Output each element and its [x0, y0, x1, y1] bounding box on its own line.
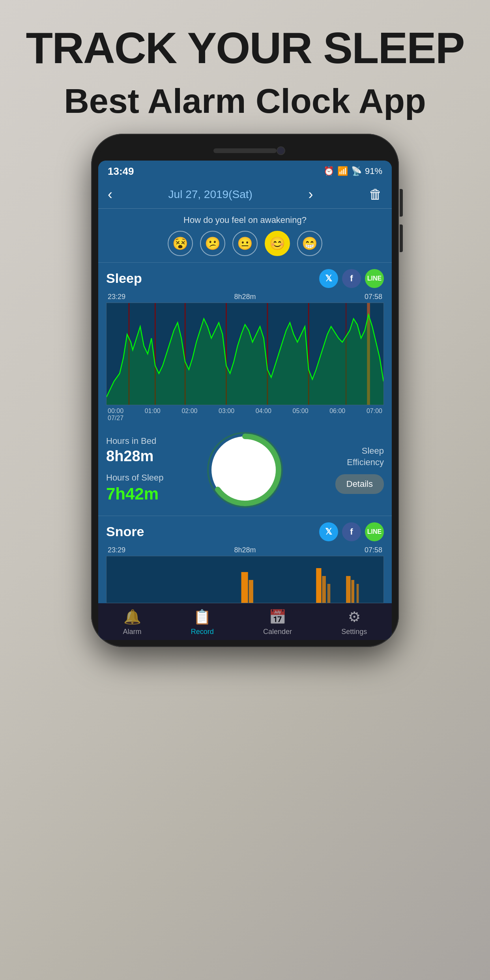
stats-left: Hours in Bed 8h28m Hours of Sleep 7h42m: [106, 436, 199, 503]
status-time: 13:49: [108, 165, 134, 178]
sleep-chart: [106, 303, 384, 405]
subheadline: Best Alarm Clock App: [0, 80, 490, 122]
sleep-section-header: Sleep 𝕏 f LINE: [106, 269, 384, 288]
snore-section: Snore 𝕏 f LINE: [98, 516, 392, 603]
sleep-facebook-button[interactable]: f: [342, 269, 361, 288]
top-text-area: TRACK YOUR SLEEP Best Alarm Clock App: [0, 0, 490, 130]
sleep-twitter-button[interactable]: 𝕏: [319, 269, 338, 288]
hours-in-bed-value: 8h28m: [106, 448, 199, 465]
snore-duration: 8h28m: [234, 546, 256, 554]
snore-line-button[interactable]: LINE: [365, 522, 384, 541]
emoji-great[interactable]: 😁: [297, 231, 322, 256]
axis-label-0000: 00:00: [108, 408, 123, 415]
snore-twitter-button[interactable]: 𝕏: [319, 522, 338, 541]
snore-facebook-button[interactable]: f: [342, 522, 361, 541]
sleep-title: Sleep: [106, 271, 142, 286]
volume-up-button: [400, 189, 403, 217]
svg-rect-18: [346, 576, 350, 603]
status-icons: ⏰ 📶 📡 91%: [324, 166, 382, 176]
delete-record-button[interactable]: 🗑: [369, 187, 382, 202]
chart-axis-labels: 00:00 07/27 01:00 02:00 03:00 04:00 05:0…: [106, 405, 384, 424]
axis-label-0700: 07:00: [367, 408, 382, 422]
calendar-nav-label: Calender: [263, 628, 292, 636]
emoji-very-bad[interactable]: 😵: [168, 231, 193, 256]
nav-record[interactable]: 📋 Record: [191, 609, 214, 636]
nav-alarm[interactable]: 🔔 Alarm: [123, 609, 142, 636]
hours-in-bed-label: Hours in Bed: [106, 436, 199, 446]
hours-of-sleep-value: 7h42m: [106, 484, 199, 503]
chart-duration: 8h28m: [234, 293, 256, 301]
svg-rect-19: [351, 580, 354, 603]
efficiency-number: 90: [233, 453, 257, 474]
emoji-neutral[interactable]: 😐: [232, 231, 258, 256]
alarm-nav-icon: 🔔: [123, 609, 141, 625]
chart-start-time: 23:29: [108, 293, 125, 301]
snore-section-header: Snore 𝕏 f LINE: [106, 522, 384, 541]
phone-screen: 13:49 ⏰ 📶 📡 91% ‹ Jul 27, 2019(Sat) ›: [98, 161, 392, 640]
settings-nav-label: Settings: [341, 628, 367, 636]
phone-body: 13:49 ⏰ 📶 📡 91% ‹ Jul 27, 2019(Sat) ›: [91, 134, 399, 647]
alarm-status-icon: ⏰: [324, 166, 334, 176]
chart-time-header: 23:29 8h28m 07:58: [106, 293, 384, 301]
signal-icon: 📡: [351, 166, 362, 176]
svg-rect-15: [316, 568, 321, 603]
svg-rect-17: [327, 584, 331, 603]
sleep-line-button[interactable]: LINE: [365, 269, 384, 288]
snore-chart: [106, 556, 384, 603]
bottom-navigation: 🔔 Alarm 📋 Record 📅 Calender ⚙ Settings: [98, 603, 392, 640]
nav-calendar[interactable]: 📅 Calender: [263, 609, 292, 636]
stats-section: Hours in Bed 8h28m Hours of Sleep 7h42m: [98, 424, 392, 516]
nav-settings[interactable]: ⚙ Settings: [341, 609, 367, 636]
axis-label-0200: 02:00: [181, 408, 197, 422]
snore-end-time: 07:58: [365, 546, 382, 554]
snore-start-time: 23:29: [108, 546, 125, 554]
snore-chart-time-header: 23:29 8h28m 07:58: [106, 546, 384, 554]
axis-label-0100: 01:00: [145, 408, 161, 422]
awakening-section: How do you feel on awakening? 😵 😕 😐 😊: [98, 209, 392, 263]
svg-rect-14: [249, 580, 253, 603]
phone-notch: [98, 141, 392, 161]
hours-of-sleep-label: Hours of Sleep: [106, 473, 199, 483]
record-nav-label: Record: [191, 628, 214, 636]
awakening-question: How do you feel on awakening?: [106, 215, 384, 225]
current-date: Jul 27, 2019(Sat): [168, 188, 252, 201]
phone-speaker: [213, 148, 277, 153]
record-nav-icon: 📋: [193, 609, 211, 625]
efficiency-percent-sign: %: [233, 474, 257, 487]
headline: TRACK YOUR SLEEP: [0, 24, 490, 72]
battery-level: 91%: [365, 166, 382, 176]
alarm-nav-label: Alarm: [123, 628, 142, 636]
efficiency-circle: 90 %: [206, 430, 284, 509]
status-bar: 13:49 ⏰ 📶 📡 91%: [98, 161, 392, 181]
svg-rect-20: [357, 584, 359, 603]
svg-rect-16: [322, 576, 325, 603]
phone-container: 13:49 ⏰ 📶 📡 91% ‹ Jul 27, 2019(Sat) ›: [0, 134, 490, 647]
sleep-section: Sleep 𝕏 f LINE: [98, 263, 392, 424]
details-button[interactable]: Details: [335, 474, 384, 494]
axis-label-0500: 05:00: [293, 408, 309, 422]
axis-label-0300: 03:00: [219, 408, 234, 422]
next-date-button[interactable]: ›: [308, 186, 313, 203]
page-wrapper: TRACK YOUR SLEEP Best Alarm Clock App 13…: [0, 0, 490, 980]
snore-title: Snore: [106, 524, 144, 539]
axis-label-0400: 04:00: [256, 408, 271, 422]
settings-nav-icon: ⚙: [348, 609, 361, 625]
emoji-bad[interactable]: 😕: [200, 231, 225, 256]
volume-down-button: [400, 224, 403, 252]
sleep-efficiency-label: SleepEfficiency: [291, 445, 384, 468]
sleep-social-buttons: 𝕏 f LINE: [319, 269, 384, 288]
axis-label-date: 07/27: [108, 415, 123, 422]
phone-camera: [277, 146, 285, 155]
wifi-icon: 📶: [337, 166, 348, 176]
chart-end-time: 07:58: [365, 293, 382, 301]
snore-social-buttons: 𝕏 f LINE: [319, 522, 384, 541]
axis-label-0600: 06:00: [329, 408, 345, 422]
emoji-rating-row: 😵 😕 😐 😊 😁: [106, 231, 384, 256]
emoji-good[interactable]: 😊: [265, 231, 290, 256]
prev-date-button[interactable]: ‹: [108, 186, 112, 203]
efficiency-value-display: 90 %: [233, 453, 257, 487]
stats-right: SleepEfficiency Details: [291, 445, 384, 494]
date-nav-bar: ‹ Jul 27, 2019(Sat) › 🗑: [98, 181, 392, 209]
calendar-nav-icon: 📅: [269, 609, 286, 625]
svg-rect-13: [241, 572, 248, 603]
